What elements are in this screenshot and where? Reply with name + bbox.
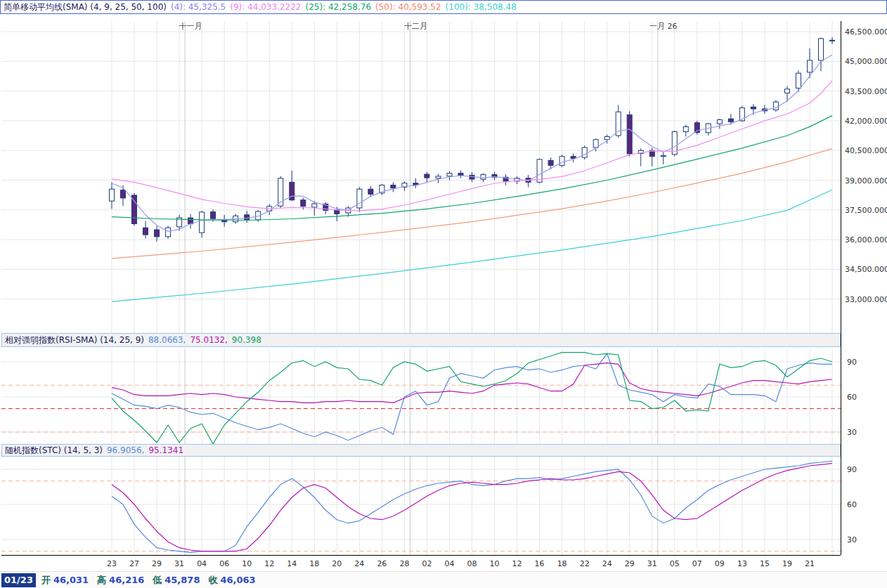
- guide-lines-layer: [1, 385, 841, 551]
- x-tick-label: 31: [647, 559, 657, 568]
- rsi-tick-label: 90: [847, 358, 857, 367]
- rsi-header-values-item: 88.0663,: [148, 335, 186, 345]
- ohlc-field-value: 46,031: [53, 575, 89, 585]
- candle[interactable]: [110, 189, 115, 201]
- sma-indicator-title: 简单移动平均线(SMA) (4, 9, 25, 50, 100): [4, 1, 167, 13]
- sma-legend-values-item: (9): 44,033.2222: [230, 2, 301, 12]
- candle[interactable]: [796, 73, 801, 88]
- candle[interactable]: [830, 40, 835, 41]
- candle[interactable]: [627, 115, 632, 154]
- candle[interactable]: [245, 215, 250, 220]
- sma-legend-bar: 简单移动平均线(SMA) (4, 9, 25, 50, 100) (4): 45…: [0, 0, 887, 14]
- candle[interactable]: [425, 174, 429, 178]
- x-tick-label: 05: [670, 559, 680, 568]
- x-tick-label: 20: [332, 559, 342, 568]
- price-tick-label: 45,000.0000: [845, 57, 887, 66]
- candle[interactable]: [661, 155, 666, 156]
- rsi-header-values-item: 75.0132,: [190, 335, 227, 345]
- axis-layer: [1, 21, 841, 556]
- candle[interactable]: [548, 160, 553, 165]
- stc-tick-label: 60: [847, 500, 857, 509]
- candle[interactable]: [312, 204, 317, 207]
- x-tick-label: 12: [512, 559, 522, 568]
- candle[interactable]: [458, 174, 463, 176]
- rsi-tick-label: 30: [847, 428, 857, 437]
- candle[interactable]: [166, 228, 171, 237]
- price-tick-label: 43,500.0000: [845, 87, 887, 96]
- month-label: 一月 26: [649, 22, 678, 31]
- candle[interactable]: [819, 39, 824, 60]
- candle[interactable]: [447, 174, 452, 176]
- rsi-header-bar: 相对强弱指数(RSI-SMA) (14, 25, 9) 88.0663,75.0…: [1, 333, 841, 347]
- x-tick-label: 07: [692, 559, 702, 568]
- candle[interactable]: [593, 140, 598, 148]
- stc-header-values-item: 96.9056,: [107, 445, 144, 455]
- candle[interactable]: [143, 228, 148, 235]
- x-tick-label: 29: [625, 559, 635, 568]
- candle[interactable]: [436, 176, 441, 178]
- price-tick-label: 36,000.0000: [845, 235, 887, 244]
- x-axis-labels: 2327293104061012141820242628020408101216…: [107, 559, 815, 568]
- rsi-header-values: 88.0663,75.0132,90.398: [148, 335, 266, 345]
- candle[interactable]: [559, 157, 564, 166]
- candle[interactable]: [582, 148, 587, 157]
- x-tick-label: 28: [399, 559, 409, 568]
- rsi-tick-label: 60: [847, 393, 857, 402]
- x-tick-label: 16: [535, 559, 545, 568]
- candle[interactable]: [537, 159, 542, 182]
- candle[interactable]: [808, 60, 812, 72]
- candle[interactable]: [335, 210, 339, 214]
- x-tick-label: 04: [197, 559, 207, 568]
- candle[interactable]: [155, 230, 160, 237]
- candle[interactable]: [717, 120, 722, 124]
- candle[interactable]: [391, 185, 396, 188]
- ohlc-field-label: 高: [97, 575, 106, 585]
- x-tick-label: 02: [422, 559, 432, 568]
- sma-legend-values-item: (50): 40,593.52: [375, 2, 441, 12]
- price-tick-label: 37,500.0000: [845, 206, 887, 215]
- candle[interactable]: [368, 189, 373, 194]
- x-tick-label: 13: [737, 559, 747, 568]
- date-badge: 01/23: [1, 573, 36, 587]
- candle[interactable]: [728, 119, 733, 122]
- sma-legend-values-item: (25): 42,258.76: [305, 2, 371, 12]
- x-tick-label: 27: [129, 559, 139, 568]
- candle[interactable]: [301, 200, 306, 207]
- price-tick-label: 34,500.0000: [845, 265, 887, 274]
- x-tick-label: 18: [309, 559, 319, 568]
- x-tick-label: 21: [805, 559, 815, 568]
- ohlc-field-label: 低: [153, 575, 162, 585]
- price-tick-label: 40,500.0000: [845, 146, 887, 155]
- x-tick-label: 06: [219, 559, 229, 568]
- candle[interactable]: [357, 189, 362, 208]
- x-tick-label: 22: [580, 559, 590, 568]
- ohlc-fields: 开46,031高46,216低45,878收46,063: [41, 574, 264, 587]
- sma-legend-values-item: (100): 38,508.48: [446, 2, 517, 12]
- grid-layer: [1, 21, 841, 555]
- x-tick-label: 08: [467, 559, 477, 568]
- chart-canvas[interactable]: 46,500.000045,000.000043,500.000042,000.…: [0, 0, 887, 588]
- candle[interactable]: [200, 212, 205, 233]
- candle[interactable]: [481, 175, 486, 180]
- price-axis-labels: 46,500.000045,000.000043,500.000042,000.…: [845, 27, 887, 544]
- stc-header-values-item: 95.1341: [148, 445, 183, 455]
- rsi-indicator-title: 相对强弱指数(RSI-SMA) (14, 25, 9): [5, 334, 144, 346]
- candle[interactable]: [773, 102, 778, 110]
- x-tick-label: 10: [242, 559, 252, 568]
- x-tick-label: 19: [782, 559, 792, 568]
- candle[interactable]: [751, 107, 756, 109]
- sma-legend-values: (4): 45,325.5(9): 44,033.2222(25): 42,25…: [171, 2, 521, 12]
- month-label: 十一月: [179, 22, 202, 31]
- x-tick-label: 12: [264, 559, 274, 568]
- price-tick-label: 33,000.0000: [845, 295, 887, 304]
- ohlc-status-bar: 01/23 开46,031高46,216低45,878收46,063: [0, 571, 887, 588]
- price-tick-label: 46,500.0000: [845, 27, 887, 37]
- candle[interactable]: [121, 190, 126, 198]
- x-tick-label: 09: [715, 559, 725, 568]
- x-tick-label: 04: [444, 559, 454, 568]
- x-tick-label: 24: [354, 559, 364, 568]
- month-labels: 十一月十二月一月 26: [179, 22, 678, 31]
- candle[interactable]: [683, 126, 688, 131]
- candle[interactable]: [785, 89, 790, 93]
- candle[interactable]: [211, 212, 216, 219]
